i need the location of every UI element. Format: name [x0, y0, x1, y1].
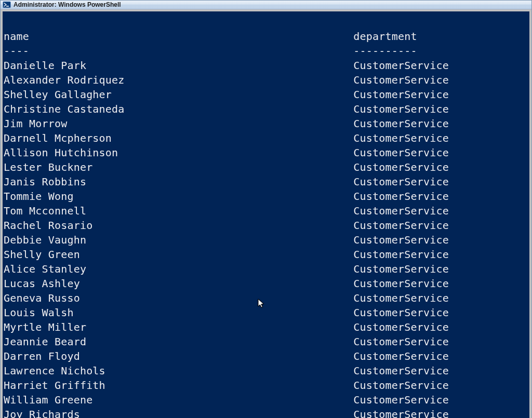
table-row: Darnell Mcpherson CustomerService: [4, 131, 528, 145]
table-row: Darren Floyd CustomerService: [4, 349, 528, 363]
column-header: name department: [4, 29, 528, 44]
table-row: Myrtle Miller CustomerService: [4, 320, 528, 334]
table-row: Lucas Ashley CustomerService: [4, 276, 528, 291]
table-row: Geneva Russo CustomerService: [4, 291, 528, 305]
table-row: Shelley Gallagher CustomerService: [4, 87, 528, 102]
table-row: Danielle Park CustomerService: [4, 58, 528, 73]
table-row: William Greene CustomerService: [4, 393, 528, 407]
table-row: Lawrence Nichols CustomerService: [4, 363, 528, 378]
table-row: Debbie Vaughn CustomerService: [4, 233, 528, 247]
table-row: Harriet Griffith CustomerService: [4, 378, 528, 393]
table-row: Alexander Rodriquez CustomerService: [4, 73, 528, 87]
table-row: Alice Stanley CustomerService: [4, 262, 528, 276]
table-row: Tommie Wong CustomerService: [4, 189, 528, 204]
table-row: Tom Mcconnell CustomerService: [4, 204, 528, 218]
table-row: Shelly Green CustomerService: [4, 247, 528, 262]
table-row: Rachel Rosario CustomerService: [4, 218, 528, 233]
titlebar[interactable]: Administrator: Windows PowerShell: [1, 1, 531, 9]
powershell-icon: [3, 1, 11, 9]
table-row: Christine Castaneda CustomerService: [4, 102, 528, 116]
table-row: Joy Richards CustomerService: [4, 407, 528, 418]
table-row: Allison Hutchinson CustomerService: [4, 145, 528, 160]
output-line: [4, 15, 528, 29]
table-row: Jeannie Beard CustomerService: [4, 334, 528, 349]
window-title: Administrator: Windows PowerShell: [14, 1, 121, 8]
column-divider: ---- ----------: [4, 44, 528, 58]
client-frame: name department---- ----------Danielle P…: [1, 9, 531, 418]
table-row: Louis Walsh CustomerService: [4, 305, 528, 320]
table-row: Janis Robbins CustomerService: [4, 174, 528, 189]
console-output[interactable]: name department---- ----------Danielle P…: [3, 11, 529, 418]
table-row: Lester Buckner CustomerService: [4, 160, 528, 174]
powershell-window: Administrator: Windows PowerShell name d…: [0, 0, 532, 418]
svg-rect-0: [3, 2, 11, 8]
table-row: Jim Morrow CustomerService: [4, 116, 528, 131]
